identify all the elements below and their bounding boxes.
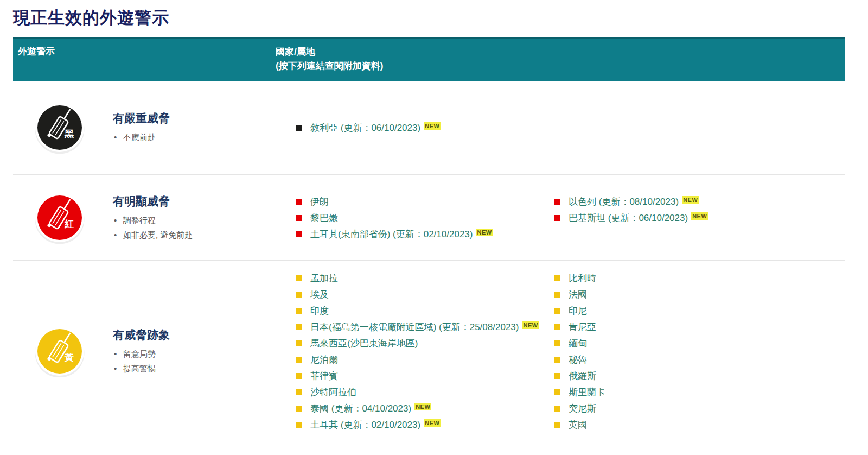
country-item: 印尼 [554,302,605,319]
country-link[interactable]: 印度 [310,305,329,317]
square-bullet-icon [296,308,302,314]
country-link[interactable]: 肯尼亞 [569,321,596,333]
country-item: 尼泊爾 [296,351,544,368]
svg-text:黃: 黃 [64,352,74,363]
country-item: 印度 [296,302,544,319]
country-link[interactable]: 土耳其(東南部省份) (更新：02/10/2023) [310,228,473,241]
country-link[interactable]: 斯里蘭卡 [569,386,605,399]
square-bullet-icon [554,199,560,205]
alert-icon-wrap: 黑 [34,102,86,154]
country-link[interactable]: 孟加拉 [310,272,338,285]
country-item: 敘利亞 (更新：06/10/2023)NEW [296,119,544,136]
country-item: 斯里蘭卡 [554,384,605,400]
square-bullet-icon [296,125,302,131]
square-bullet-icon [554,275,560,281]
country-link[interactable]: 俄羅斯 [569,370,596,382]
square-bullet-icon [296,373,302,379]
alert-level-info: 有威脅跡象留意局勢提高警惕 [113,327,170,376]
country-link[interactable]: 日本(福島第一核電廠附近區域) (更新：25/08/2023) [310,321,519,333]
page-title: 現正生效的外遊警示 [13,7,845,29]
alert-level-info: 有嚴重威脅不應前赴 [113,111,170,144]
square-bullet-icon [554,357,560,363]
new-badge: NEW [682,196,699,204]
country-item: 土耳其 (更新：02/10/2023)NEW [296,416,544,433]
alert-level-title: 有明顯威脅 [113,194,193,209]
alert-level-title: 有嚴重威脅 [113,111,170,126]
alert-level-cell: 黃有威脅跡象留意局勢提高警惕 [13,261,276,441]
country-link[interactable]: 泰國 (更新：04/10/2023) [310,402,411,415]
header-country-column: 國家/屬地 (按下列連結查閱附加資料) [276,45,383,73]
country-item: 巴基斯坦 (更新：06/10/2023)NEW [554,210,708,226]
country-link[interactable]: 伊朗 [310,195,329,208]
country-link[interactable]: 比利時 [569,272,596,285]
square-bullet-icon [296,357,302,363]
square-bullet-icon [296,275,302,281]
alert-level-cell: 紅有明顯威脅調整行程如非必要, 避免前赴 [13,175,276,260]
alert-row-black: 黑有嚴重威脅不應前赴敘利亞 (更新：06/10/2023)NEW [13,81,845,174]
country-link[interactable]: 菲律賓 [310,370,338,382]
countries-cell: 敘利亞 (更新：06/10/2023)NEW [276,81,845,174]
country-item: 土耳其(東南部省份) (更新：02/10/2023)NEW [296,226,544,242]
country-link[interactable]: 敘利亞 (更新：06/10/2023) [310,122,420,134]
alert-level-title: 有威脅跡象 [113,327,170,343]
header-alert-column: 外遊警示 [13,45,276,73]
country-link[interactable]: 英國 [569,419,587,431]
country-column-2: 比利時法國印尼肯尼亞緬甸秘魯俄羅斯斯里蘭卡突尼斯英國 [554,270,605,433]
country-link[interactable]: 以色列 (更新：08/10/2023) [569,195,679,208]
country-link[interactable]: 黎巴嫩 [310,212,338,224]
black-alert-luggage-icon: 黑 [34,102,86,154]
country-link[interactable]: 秘魯 [569,353,587,366]
outbound-travel-alert-page: 現正生效的外遊警示 外遊警示 國家/屬地 (按下列連結查閱附加資料) 黑有嚴重威… [0,0,868,455]
country-link[interactable]: 巴基斯坦 (更新：06/10/2023) [569,212,688,224]
country-column-2: 以色列 (更新：08/10/2023)NEW巴基斯坦 (更新：06/10/202… [554,193,708,226]
advice-item: 如非必要, 避免前赴 [113,228,193,242]
country-link[interactable]: 沙特阿拉伯 [310,386,356,399]
countries-cell: 孟加拉埃及印度日本(福島第一核電廠附近區域) (更新：25/08/2023)NE… [276,261,845,441]
country-link[interactable]: 埃及 [310,288,329,301]
square-bullet-icon [554,292,560,298]
country-link[interactable]: 印尼 [569,305,587,317]
square-bullet-icon [554,215,560,221]
square-bullet-icon [296,389,302,395]
country-column-1: 孟加拉埃及印度日本(福島第一核電廠附近區域) (更新：25/08/2023)NE… [296,270,554,433]
red-alert-luggage-icon: 紅 [34,192,86,244]
country-link[interactable]: 法國 [569,288,587,301]
country-link[interactable]: 緬甸 [569,337,587,350]
country-item: 黎巴嫩 [296,210,544,226]
alert-table: 外遊警示 國家/屬地 (按下列連結查閱附加資料) 黑有嚴重威脅不應前赴敘利亞 (… [13,37,845,441]
country-item: 秘魯 [554,351,605,368]
header-country-line2: (按下列連結查閱附加資料) [276,59,383,73]
country-item: 肯尼亞 [554,319,605,335]
square-bullet-icon [554,324,560,330]
country-link[interactable]: 尼泊爾 [310,353,338,366]
country-item: 突尼斯 [554,400,605,416]
square-bullet-icon [296,215,302,221]
square-bullet-icon [296,199,302,205]
square-bullet-icon [296,324,302,330]
country-item: 沙特阿拉伯 [296,384,544,400]
square-bullet-icon [296,406,302,412]
new-badge: NEW [424,419,441,427]
country-link[interactable]: 馬來西亞(沙巴東海岸地區) [310,337,418,350]
advice-list: 留意局勢提高警惕 [113,346,170,376]
country-item: 緬甸 [554,335,605,351]
country-link[interactable]: 土耳其 (更新：02/10/2023) [310,419,420,431]
square-bullet-icon [296,231,302,237]
advice-item: 留意局勢 [113,346,170,361]
advice-item: 不應前赴 [113,130,170,144]
country-column-1: 伊朗黎巴嫩土耳其(東南部省份) (更新：02/10/2023)NEW [296,193,554,242]
alert-row-red: 紅有明顯威脅調整行程如非必要, 避免前赴伊朗黎巴嫩土耳其(東南部省份) (更新：… [13,174,845,260]
alert-icon-wrap: 紅 [34,192,86,244]
alert-level-info: 有明顯威脅調整行程如非必要, 避免前赴 [113,194,193,242]
new-badge: NEW [424,122,441,130]
table-header: 外遊警示 國家/屬地 (按下列連結查閱附加資料) [13,37,845,81]
square-bullet-icon [554,406,560,412]
new-badge: NEW [476,229,493,236]
square-bullet-icon [296,422,302,428]
new-badge: NEW [414,403,431,410]
country-item: 孟加拉 [296,270,544,286]
header-country-line1: 國家/屬地 [276,45,383,59]
square-bullet-icon [554,373,560,379]
country-link[interactable]: 突尼斯 [569,402,596,415]
alert-table-body: 黑有嚴重威脅不應前赴敘利亞 (更新：06/10/2023)NEW紅有明顯威脅調整… [13,81,845,441]
